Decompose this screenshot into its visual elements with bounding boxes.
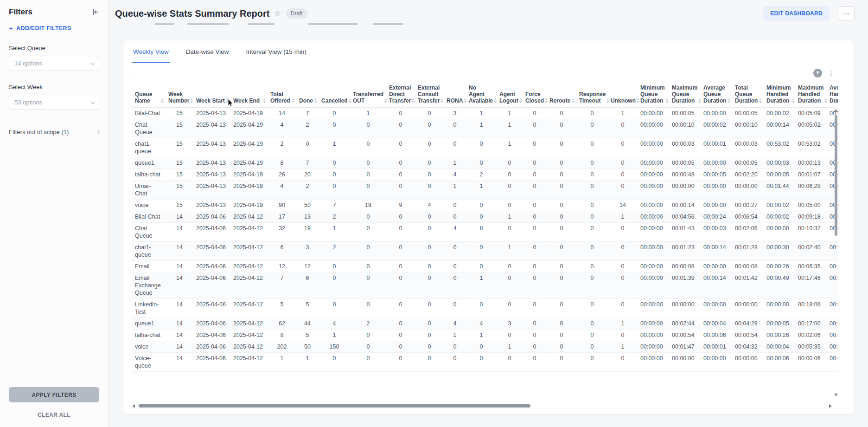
column-header[interactable]: Agent Logout xyxy=(497,83,523,108)
page-header: Queue-wise Stats Summary Report ☆ Draft … xyxy=(108,0,868,26)
column-header[interactable]: Total Offered xyxy=(268,83,296,108)
column-header[interactable]: RONA xyxy=(444,83,466,108)
table-cell: 1 xyxy=(497,119,523,138)
table-cell: Voice-queue xyxy=(132,353,166,372)
sort-icon[interactable] xyxy=(519,98,522,103)
sort-icon[interactable] xyxy=(263,98,266,103)
more-options-button[interactable]: ⋯ xyxy=(838,6,855,20)
table-cell: 50 xyxy=(296,341,319,353)
tab-weekly-view[interactable]: Weekly View xyxy=(132,40,170,63)
sort-icon[interactable] xyxy=(666,98,669,103)
sort-icon[interactable] xyxy=(606,98,609,103)
scroll-left-icon[interactable] xyxy=(132,404,135,408)
column-header[interactable]: Week Number xyxy=(166,83,193,108)
column-header[interactable]: Done xyxy=(296,83,319,108)
column-header-label: Average Handled Duration xyxy=(830,84,838,104)
sort-icon[interactable] xyxy=(572,98,574,103)
table-cell: 0 xyxy=(415,353,444,372)
sort-icon[interactable] xyxy=(384,98,387,103)
column-header[interactable]: Average Handled Duration xyxy=(827,83,838,108)
table-cell: 0 xyxy=(523,138,547,157)
column-header[interactable]: Reroute xyxy=(547,83,576,108)
table-cell: 0 xyxy=(576,200,608,211)
week-select[interactable]: 53 options xyxy=(9,95,99,110)
table-row: Bilal-Chat142025-04-062025-04-1217132000… xyxy=(132,211,838,223)
column-header-label: Done xyxy=(299,97,313,104)
table-cell: 00:00:00 xyxy=(638,223,669,242)
sort-icon[interactable] xyxy=(792,98,795,103)
column-header-label: Force Closed xyxy=(525,91,544,104)
apply-filters-button[interactable]: APPLY FILTERS xyxy=(9,387,99,402)
sort-icon[interactable] xyxy=(349,98,351,103)
collapse-sidebar-icon[interactable] xyxy=(92,8,99,16)
column-header[interactable]: Average Queue Duration xyxy=(701,83,732,108)
table-row: Email142025-04-062025-04-121212000000000… xyxy=(132,261,838,272)
scroll-down-icon[interactable] xyxy=(834,394,838,396)
column-header[interactable]: Minimum Queue Duration xyxy=(638,83,669,108)
table-cell: 00:00:27 xyxy=(732,200,764,211)
table-cell: 6 xyxy=(296,272,319,299)
column-header[interactable]: Total Queue Duration xyxy=(732,83,764,108)
column-header[interactable]: No Agent Available xyxy=(466,83,497,108)
sort-icon[interactable] xyxy=(190,98,193,103)
column-header[interactable]: Force Closed xyxy=(523,83,547,108)
table-row: Voice-queue142025-04-062025-04-121100000… xyxy=(132,353,838,372)
column-header[interactable]: Queue Name xyxy=(132,83,166,108)
scroll-right-icon[interactable] xyxy=(829,404,832,408)
sort-icon[interactable] xyxy=(637,98,639,103)
column-header[interactable]: External Direct Transfer xyxy=(386,83,415,108)
column-header[interactable]: Unknown xyxy=(608,83,638,108)
sort-icon[interactable] xyxy=(464,98,466,103)
vertical-scrollbar[interactable] xyxy=(834,109,838,396)
filter-icon[interactable] xyxy=(813,69,822,78)
column-header[interactable]: Response Timeout xyxy=(576,83,608,108)
sort-icon[interactable] xyxy=(161,98,164,103)
table-cell: 2025-04-19 xyxy=(230,157,268,169)
add-edit-filters-label: ADD/EDIT FILTERS xyxy=(16,25,71,32)
horizontal-scrollbar[interactable] xyxy=(132,404,832,408)
table-region: Queue NameWeek NumberWeek StartWeek EndT… xyxy=(132,83,838,408)
queue-select[interactable]: 14 options xyxy=(9,56,99,71)
edit-dashboard-button[interactable]: EDIT DASHBOARD xyxy=(763,6,830,21)
tab-date-wise-view[interactable]: Date-wise View xyxy=(185,40,230,63)
column-header[interactable]: Minimum Handled Duration xyxy=(764,83,795,108)
clear-all-button[interactable]: CLEAR ALL xyxy=(9,409,99,421)
table-cell: 00:00:03 xyxy=(669,138,701,157)
sort-icon[interactable] xyxy=(545,98,548,103)
column-header[interactable]: Transferred OUT xyxy=(350,83,386,108)
sort-icon[interactable] xyxy=(759,98,762,103)
select-queue-label: Select Queue xyxy=(9,45,99,52)
table-cell: 0 xyxy=(444,341,466,353)
add-edit-filters-button[interactable]: + ADD/EDIT FILTERS xyxy=(9,24,71,32)
table-cell: 2025-04-19 xyxy=(230,119,268,138)
column-header[interactable]: Week End xyxy=(230,83,268,108)
vertical-scrollbar-thumb[interactable] xyxy=(835,115,837,236)
filters-out-of-scope[interactable]: Filters out of scope (1) xyxy=(9,129,99,136)
table-cell: 8 xyxy=(466,223,497,242)
column-header[interactable]: Week Start xyxy=(193,83,230,108)
column-header[interactable]: External Consult Transfer xyxy=(415,83,444,108)
table-cell: 2025-04-06 xyxy=(193,272,230,299)
sort-icon[interactable] xyxy=(226,98,229,103)
table-cell: 0 xyxy=(497,200,523,211)
table-cell: 00:00:10 xyxy=(669,119,701,138)
scroll-up-icon[interactable] xyxy=(834,109,838,112)
sort-icon[interactable] xyxy=(698,98,701,103)
tab-interval-view[interactable]: Interval View (15 min) xyxy=(245,40,307,63)
sort-icon[interactable] xyxy=(824,98,827,103)
star-icon[interactable]: ☆ xyxy=(274,10,281,17)
sort-icon[interactable] xyxy=(412,98,415,103)
column-header[interactable]: Cancelled xyxy=(319,83,350,108)
sort-icon[interactable] xyxy=(440,98,443,103)
kebab-menu-icon[interactable]: ⋮ xyxy=(828,70,835,77)
sort-icon[interactable] xyxy=(494,98,497,103)
sort-icon[interactable] xyxy=(728,98,730,103)
sort-icon[interactable] xyxy=(314,98,317,103)
column-header[interactable]: Maximum Queue Duration xyxy=(669,83,701,108)
sort-icon[interactable] xyxy=(292,98,294,103)
table-cell: 8 xyxy=(268,157,296,169)
column-header[interactable]: Maximum Handled Duration xyxy=(795,83,827,108)
table-cell: 0 xyxy=(608,157,638,169)
table-cell: 0 xyxy=(415,119,444,138)
horizontal-scrollbar-thumb[interactable] xyxy=(139,404,530,408)
